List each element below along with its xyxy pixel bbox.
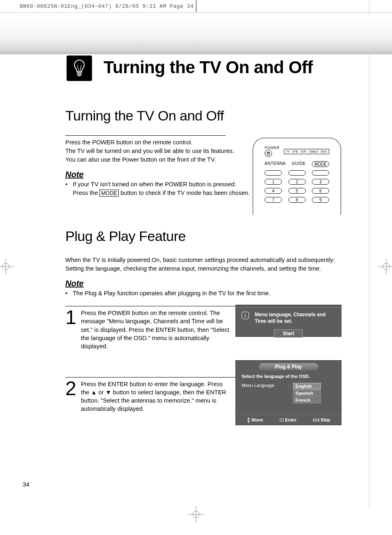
mode-button: [312, 170, 329, 176]
num-8: 8: [288, 197, 306, 203]
osd-language-dialog: Plug & Play Select the language of the O…: [235, 360, 341, 425]
info-icon: i: [242, 312, 249, 319]
antenna-button: [265, 170, 282, 176]
osd-start-button: Start: [274, 329, 302, 338]
step-number: 1: [65, 309, 78, 350]
note-bullet: • The Plug & Play function operates afte…: [65, 289, 341, 298]
language-list: English Spanish French: [293, 383, 321, 404]
page-number: 34: [23, 481, 30, 488]
osd-start-dialog: i Menu language, Channels and Time will …: [235, 305, 341, 337]
num-9: 9: [312, 197, 329, 203]
page-border-right: [369, 0, 369, 509]
top-banner: [0, 16, 392, 54]
section2-heading: Plug & Play Feature: [65, 228, 341, 244]
mode-dvd: DVD: [321, 150, 327, 153]
power-icon: [265, 150, 272, 157]
lang-option-spanish: Spanish: [293, 390, 321, 396]
mode-vcr: VCR: [300, 150, 307, 153]
mode-stb: STB: [292, 150, 298, 153]
osd-footer: ▲▼Move Enter Skip: [236, 415, 341, 425]
mode-tv: TV: [286, 150, 290, 153]
note-text: The Plug & Play function operates after …: [73, 289, 270, 298]
antenna-label: ANTENNA: [265, 161, 286, 167]
mode-indicator-strip: TV STB VCR CABLE DVD: [284, 149, 329, 154]
main-title: Turning the TV On and Off: [104, 58, 313, 77]
hint-move: ▲▼Move: [247, 417, 263, 423]
step-text: Press the POWER button on the remote con…: [81, 309, 231, 350]
num-2: 2: [288, 179, 306, 185]
num-3: 3: [312, 179, 329, 185]
lang-option-english: English: [293, 383, 321, 389]
power-label: POWER: [265, 146, 280, 150]
svg-rect-0: [77, 72, 82, 73]
remote-diagram: POWER TV STB VCR CABLE DVD ANTENNA GUIDE…: [253, 138, 341, 215]
body-line: When the TV is initially powered On, bas…: [65, 256, 341, 264]
guide-label: GUIDE: [292, 161, 306, 167]
hint-enter: Enter: [280, 417, 296, 423]
num-5: 5: [288, 188, 306, 194]
osd-subtitle: Select the language of the OSD.: [236, 371, 341, 382]
step-text: Press the ENTER button to enter the lang…: [81, 380, 231, 413]
registration-mark-right-icon: [378, 258, 392, 275]
svg-rect-2: [78, 75, 81, 76]
num-6: 6: [312, 188, 329, 194]
mode-cable: CABLE: [309, 150, 318, 153]
crop-mark-top-v: [196, 0, 196, 12]
osd-title: Plug & Play: [259, 363, 318, 371]
menu-language-label: Menu Language: [242, 383, 285, 388]
registration-mark-left-icon: [0, 258, 14, 275]
lang-option-french: French: [293, 397, 321, 403]
num-1: 1: [265, 179, 282, 185]
note-line: Press the: [73, 190, 99, 196]
body-line: Setting the language, checking the anten…: [65, 264, 341, 273]
mode-label-pill: MODE: [312, 161, 329, 167]
mode-inline-box: MODE: [99, 190, 119, 197]
lightbulb-icon: [67, 56, 92, 81]
guide-button: [288, 170, 306, 176]
note-line: If your TV isn't turned on when the POWE…: [73, 181, 236, 188]
svg-rect-1: [77, 74, 82, 75]
print-slug: BN68-00825N-01Eng_(034~047) 9/28/05 9:11…: [20, 3, 194, 9]
crop-mark-top-h: [0, 12, 392, 13]
hint-skip: Skip: [313, 417, 330, 423]
section1-heading: Turning the TV On and Off: [65, 108, 341, 124]
num-4: 4: [265, 188, 282, 194]
rule: [65, 135, 226, 136]
osd-message: Menu language, Channels and Time will be…: [255, 312, 335, 324]
note-line: button to check if the TV mode has been …: [119, 190, 250, 196]
note-heading: Note: [65, 279, 341, 288]
registration-mark-bottom-icon: [188, 506, 204, 523]
colon: :: [288, 383, 290, 388]
num-7: 7: [265, 197, 282, 203]
step-number: 2: [65, 380, 78, 413]
